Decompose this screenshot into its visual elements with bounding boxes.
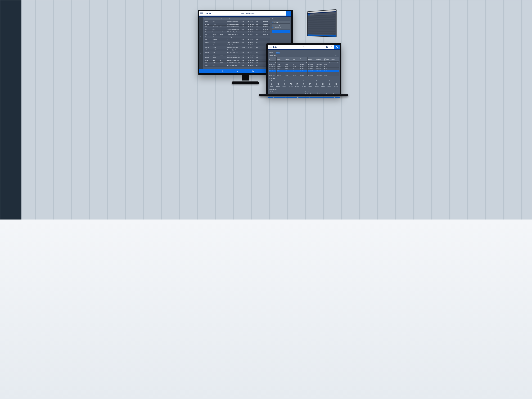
col-filter[interactable] [284, 62, 292, 63]
lock-icon [305, 93, 306, 94]
col-header[interactable]: Firmware Version [300, 57, 308, 62]
module-slot[interactable]: 1Pac 8000 [301, 80, 307, 87]
archive-button[interactable] [304, 96, 316, 98]
edit-button[interactable] [230, 69, 245, 73]
table-row[interactable]: AndersonAdalineAndersonAA@provider.comfe… [204, 46, 270, 49]
add-filter-button[interactable] [272, 30, 290, 33]
back-button[interactable] [215, 69, 230, 73]
col-filter[interactable] [300, 62, 308, 63]
info-button[interactable] [328, 96, 340, 98]
table-row[interactable]: AllenHerbertWilliamHerbert@provider.comm… [204, 33, 270, 36]
col-filter[interactable] [308, 62, 315, 63]
warning-icon [226, 38, 241, 41]
svg-rect-75 [269, 93, 270, 93]
col-header[interactable]: MAC-Adress [315, 57, 323, 62]
table-row[interactable]: AlfonsoTabathaSophieSoTaAlfonso@provider… [204, 31, 270, 33]
gas-config-title: Gas configuration [269, 89, 302, 90]
filter-item[interactable]: Filtername_03 [272, 26, 290, 29]
table-row[interactable]: AbramsSteveabramssteve@provider.commale+… [204, 20, 270, 23]
copy-button[interactable] [292, 96, 304, 98]
svg-marker-28 [335, 55, 336, 56]
more-icon[interactable] [338, 55, 338, 57]
table-row[interactable]: AndersonDerrickderrickand@provider.comma… [204, 49, 270, 51]
table-row[interactable]: AllenNicholasmale+49 123 123 12Yes [204, 38, 270, 41]
module-number: 1 [333, 80, 339, 82]
col-filter[interactable] [292, 62, 300, 63]
module-slot[interactable]: 1Pac 8000 [275, 80, 281, 87]
table-row[interactable]: AcreeChristopherJohnChristopher1223@prov… [204, 25, 270, 28]
chevron-down-icon[interactable] [269, 78, 270, 79]
star-icon[interactable] [335, 55, 336, 56]
table-row[interactable]: BelaMartinCharliebelacharlie@provider.co… [204, 62, 270, 64]
account-button[interactable] [329, 45, 334, 49]
table-row[interactable]: 3673ARXJ03table-cellOfflineNOT OK04.11.1… [269, 74, 339, 76]
table-row[interactable]: AndersonEvanevan.A@provider.commale+49 1… [204, 51, 270, 54]
table-row[interactable]: AllshousePaulPaul1111@provider.commale+4… [204, 41, 270, 44]
copy-button[interactable] [246, 69, 261, 73]
table-row[interactable]: AndersonSamuelAnderSam@provider.commale+… [204, 57, 270, 59]
col-header[interactable]: Last name [204, 18, 212, 20]
cell: belacharlie@provider.com [226, 62, 241, 64]
module-slot[interactable]: 1Pac 8000 [333, 80, 339, 87]
table-row[interactable]: 3673ARXJ03GFK6-45OfflineNOT OK04.11.1910… [269, 65, 339, 68]
svg-marker-36 [306, 62, 307, 63]
module-slot[interactable]: 1Pac 8000 [269, 80, 274, 87]
plus-button[interactable] [199, 69, 215, 73]
col-header[interactable]: Email [226, 18, 241, 20]
col-filter[interactable] [269, 62, 277, 63]
expand-sidebar-button[interactable] [200, 18, 202, 20]
delete-button[interactable] [280, 96, 292, 98]
module-slot[interactable]: 1Pac 8000 [314, 80, 319, 87]
table-row[interactable]: 3673ARXJ03PTK 12OnlineOK04.11.1910.52.76… [269, 63, 339, 65]
filter-item[interactable]: no filter [272, 21, 290, 24]
col-header[interactable]: Connection [284, 57, 292, 62]
col-header[interactable]: Middle name [219, 18, 226, 20]
col-header[interactable]: County [262, 18, 270, 20]
col-filter[interactable] [323, 62, 331, 63]
tab-devices[interactable]: Devices [269, 51, 273, 54]
col-header[interactable]: Next maintenance date [323, 57, 331, 62]
module-slot[interactable]: 1Pac 8000 [307, 80, 313, 87]
table-row[interactable]: 3673ARXJ03GFK6-6OnlineOK04.11.1910.52.76… [269, 68, 339, 70]
filter-item[interactable]: Filtername_02 [272, 24, 290, 26]
person-icon [200, 45, 202, 47]
col-filter[interactable] [276, 62, 284, 63]
col-header[interactable]: First name [212, 18, 219, 20]
col-filter[interactable] [331, 62, 339, 63]
table-row[interactable]: ActonAlbertOGAlbert@provider.commale+49 … [204, 28, 270, 31]
cell: F0:E2:C3:02:D9 [315, 74, 323, 76]
col-header[interactable]: Location [276, 57, 284, 62]
table-row[interactable]: BarkleyPeterpeter@provider.commale+49 12… [204, 64, 270, 67]
col-filter[interactable] [315, 62, 323, 63]
settings-button[interactable] [325, 45, 329, 49]
menu-icon[interactable] [200, 12, 203, 15]
table-row[interactable]: 3673ARXJ03X-am 8000 5erOnlineOK04.11.191… [269, 72, 339, 74]
table-row[interactable]: AllenMichaelallen-h@provider.commale+49 … [204, 36, 270, 38]
module-slot[interactable]: 1Pac 8000 [288, 80, 294, 87]
menu-icon[interactable] [269, 45, 272, 48]
svg-point-25 [331, 46, 332, 47]
export-button[interactable] [316, 96, 328, 98]
col-header[interactable]: ID [269, 57, 277, 62]
search-button[interactable] [334, 45, 340, 49]
table-row[interactable]: 3673ARXJ03PTG 49OnlineOK04.11.1910.52.76… [269, 70, 339, 72]
module-slot[interactable]: 1Pac 8000 [282, 80, 287, 87]
col-header[interactable]: IP-Adress [308, 57, 315, 62]
col-header[interactable]: Mobile phone [247, 18, 255, 20]
module-slot[interactable]: 1Pac 8000 [320, 80, 326, 87]
tab-stations[interactable]: Stations [276, 51, 280, 54]
cell: John [219, 25, 226, 28]
table-row[interactable]: AmundsonAliceAA2@provider.comfemale+49 1… [204, 44, 270, 46]
module-slot[interactable]: 1Pac 8000 [294, 80, 300, 87]
cell: SoTaAlfonso@provider.com [226, 31, 241, 33]
col-header[interactable]: Gender [241, 18, 247, 20]
module-slot[interactable]: 1Pac 8000 [327, 80, 332, 87]
table-row[interactable]: AndersonLouisFrankLouisAnd@provider.comm… [204, 54, 270, 57]
col-header[interactable]: Status [292, 57, 300, 62]
col-header[interactable]: Custom [331, 57, 339, 62]
table-row[interactable]: AcevedoWilliamwacevedo@provider.commale+… [204, 23, 270, 25]
table-row[interactable]: AnfieldEvanAlEvanfield@provider.commale+… [204, 59, 270, 62]
edit-button[interactable] [268, 96, 280, 98]
search-button[interactable] [286, 11, 291, 16]
col-header[interactable]: SMS service [255, 18, 262, 20]
